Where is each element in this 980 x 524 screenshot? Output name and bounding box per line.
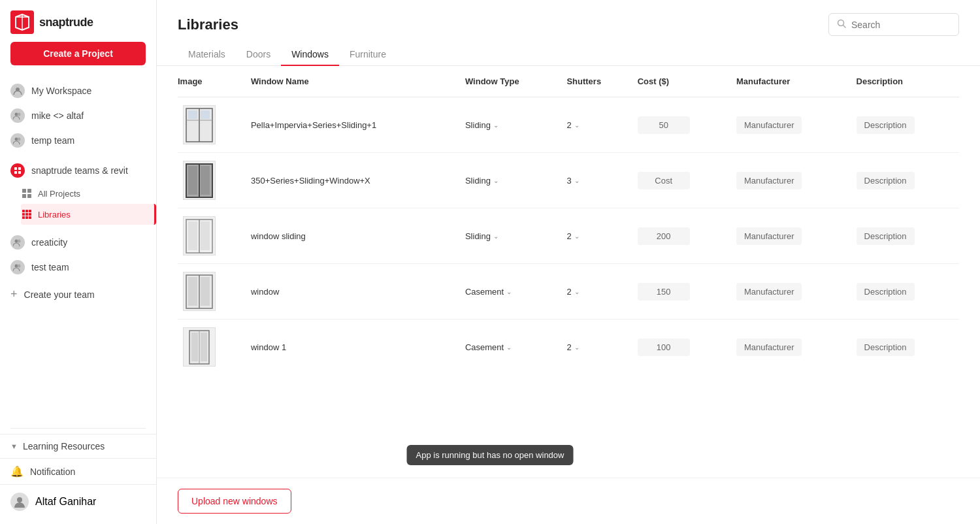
notification-item[interactable]: 🔔 Notification (0, 459, 156, 485)
cell-name-0: Pella+Impervia+Series+Sliding+1 (246, 97, 460, 153)
cell-cost-2[interactable]: 200 (632, 208, 731, 264)
workspace-label: My Workspace (31, 86, 91, 96)
table-header-row: Image Window Name Window Type Shutters C… (178, 66, 959, 97)
user-profile[interactable]: Altaf Ganihar (0, 485, 156, 519)
user-avatar (10, 493, 29, 511)
table-row: window Casement ⌄ 2 ⌄ 150 Manufacturer (178, 264, 959, 319)
cost-value-2[interactable]: 200 (638, 227, 690, 245)
type-label-3: Casement (465, 287, 504, 297)
table-row: Pella+Impervia+Series+Sliding+1 Sliding … (178, 97, 959, 153)
cell-shutters-2: 2 ⌄ (561, 208, 632, 264)
shutters-value-1: 3 (566, 176, 571, 186)
cell-description-3[interactable]: Description (851, 264, 959, 319)
cost-value-1[interactable]: Cost (638, 172, 690, 189)
shutters-chevron-3[interactable]: ⌄ (574, 288, 580, 295)
cell-type-3: Casement ⌄ (460, 264, 561, 319)
cell-description-1[interactable]: Description (851, 153, 959, 208)
svg-point-28 (17, 497, 22, 502)
logo-icon (10, 10, 34, 34)
snaptrude-team-section: snaptrude teams & revit All Projects Lib… (0, 156, 156, 227)
cell-cost-1[interactable]: Cost (632, 153, 731, 208)
cell-manufacturer-1[interactable]: Manufacturer (731, 153, 851, 208)
description-value-4[interactable]: Description (857, 338, 915, 356)
col-window-name: Window Name (246, 66, 460, 97)
cell-cost-3[interactable]: 150 (632, 264, 731, 319)
test-team-label: test team (31, 262, 69, 272)
tab-materials[interactable]: Materials (178, 44, 236, 66)
tab-furniture[interactable]: Furniture (339, 44, 397, 66)
cell-manufacturer-4[interactable]: Manufacturer (731, 319, 851, 375)
col-description: Description (851, 66, 959, 97)
cost-value-3[interactable]: 150 (638, 283, 690, 301)
sidebar-item-test-team[interactable]: test team (0, 255, 156, 280)
description-value-0[interactable]: Description (857, 116, 915, 134)
type-label-0: Sliding (465, 120, 491, 130)
table-row: 350+Series+Sliding+Window+X Sliding ⌄ 3 … (178, 153, 959, 208)
create-project-button[interactable]: Create a Project (10, 42, 146, 65)
tab-bar: Materials Doors Windows Furniture (157, 36, 980, 66)
learning-resources-item[interactable]: ▼ Learning Resources (0, 434, 156, 459)
cell-description-2[interactable]: Description (851, 208, 959, 264)
cell-manufacturer-2[interactable]: Manufacturer (731, 208, 851, 264)
cost-value-4[interactable]: 100 (638, 338, 690, 356)
sidebar-item-mike-altaf[interactable]: mike <> altaf (0, 103, 156, 128)
cell-image-3 (178, 264, 246, 319)
manufacturer-value-2[interactable]: Manufacturer (736, 227, 802, 245)
mike-altaf-avatar (10, 108, 25, 123)
search-input[interactable] (851, 20, 951, 30)
svg-rect-41 (188, 221, 197, 250)
svg-point-26 (18, 265, 21, 268)
sidebar-item-temp-team[interactable]: temp team (0, 128, 156, 153)
manufacturer-value-0[interactable]: Manufacturer (736, 116, 802, 134)
temp-team-label: temp team (31, 135, 74, 146)
creaticity-avatar (10, 235, 25, 250)
cell-cost-0[interactable]: 50 (632, 97, 731, 153)
upload-button[interactable]: Upload new windows (178, 489, 291, 514)
col-manufacturer: Manufacturer (731, 66, 851, 97)
search-box[interactable] (828, 13, 959, 36)
shutters-chevron-2[interactable]: ⌄ (574, 233, 580, 240)
learning-resources-label: Learning Resources (23, 441, 105, 451)
shutters-value-4: 2 (566, 342, 571, 352)
cell-type-1: Sliding ⌄ (460, 153, 561, 208)
manufacturer-value-1[interactable]: Manufacturer (736, 172, 802, 189)
cell-manufacturer-0[interactable]: Manufacturer (731, 97, 851, 153)
svg-rect-18 (25, 213, 28, 216)
shutters-chevron-0[interactable]: ⌄ (574, 122, 580, 129)
type-chevron-2[interactable]: ⌄ (493, 233, 498, 240)
tab-windows[interactable]: Windows (281, 44, 339, 66)
manufacturer-value-3[interactable]: Manufacturer (736, 283, 802, 301)
cost-value-0[interactable]: 50 (638, 116, 690, 134)
cell-description-0[interactable]: Description (851, 97, 959, 153)
type-chevron-1[interactable]: ⌄ (493, 177, 498, 184)
description-value-2[interactable]: Description (857, 227, 915, 245)
workspace-avatar (10, 84, 25, 98)
description-value-3[interactable]: Description (857, 283, 915, 301)
manufacturer-value-4[interactable]: Manufacturer (736, 338, 802, 356)
sidebar-item-creaticity[interactable]: creaticity (0, 230, 156, 255)
plus-icon: + (10, 287, 18, 301)
sub-item-all-projects[interactable]: All Projects (21, 183, 156, 204)
create-team-item[interactable]: + Create your team (0, 282, 156, 306)
type-chevron-4[interactable]: ⌄ (506, 344, 512, 351)
create-team-label: Create your team (24, 289, 95, 300)
shutters-chevron-4[interactable]: ⌄ (574, 344, 580, 351)
cell-cost-4[interactable]: 100 (632, 319, 731, 375)
svg-rect-42 (201, 221, 210, 250)
shutters-value-0: 2 (566, 120, 571, 130)
type-chevron-3[interactable]: ⌄ (506, 288, 512, 295)
logo[interactable]: snaptrude (0, 0, 156, 42)
shutters-chevron-1[interactable]: ⌄ (574, 177, 580, 184)
type-chevron-0[interactable]: ⌄ (493, 122, 498, 129)
cell-description-4[interactable]: Description (851, 319, 959, 375)
cell-image-2 (178, 208, 246, 264)
tab-doors[interactable]: Doors (236, 44, 281, 66)
cell-image-0 (178, 97, 246, 153)
sub-item-libraries[interactable]: Libraries (21, 204, 156, 225)
sidebar-item-snaptrude-team[interactable]: snaptrude teams & revit (0, 158, 156, 183)
svg-rect-38 (201, 166, 210, 195)
cell-manufacturer-3[interactable]: Manufacturer (731, 264, 851, 319)
cell-shutters-0: 2 ⌄ (561, 97, 632, 153)
description-value-1[interactable]: Description (857, 172, 915, 189)
sidebar-item-my-workspace[interactable]: My Workspace (0, 78, 156, 103)
